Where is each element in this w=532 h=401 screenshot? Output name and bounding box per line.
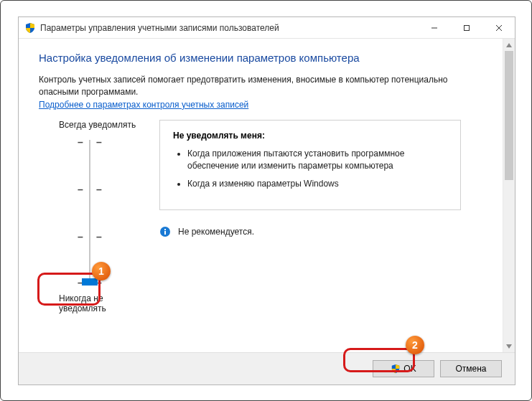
learn-more-link[interactable]: Подробнее о параметрах контроля учетных …: [39, 100, 248, 110]
slider-thumb[interactable]: [82, 278, 98, 286]
vertical-scrollbar[interactable]: [503, 39, 515, 352]
recommendation-row: Не рекомендуется.: [159, 226, 461, 237]
dialog-footer: OK Отмена: [19, 352, 515, 385]
scroll-up-button[interactable]: [503, 39, 515, 51]
ok-button[interactable]: OK: [373, 360, 434, 377]
maximize-button[interactable]: [450, 17, 482, 38]
recommendation-text: Не рекомендуется.: [178, 227, 254, 237]
slider-track: [89, 140, 90, 285]
minimize-button[interactable]: [418, 17, 450, 38]
svg-rect-5: [164, 231, 166, 235]
slider-label-never: Никогда не уведомлять: [39, 293, 146, 313]
scrollbar-track[interactable]: [503, 51, 515, 340]
scroll-down-button[interactable]: [503, 340, 515, 352]
uac-settings-window: Параметры управления учетными записями п…: [18, 16, 515, 385]
description-panel: Не уведомлять меня: Когда приложения пыт…: [159, 120, 461, 210]
slider-tick: ––: [78, 235, 102, 239]
annotation-badge-1: 1: [92, 262, 111, 280]
shield-icon: [24, 22, 36, 34]
description-bullet: Когда я изменяю параметры Windows: [187, 178, 447, 190]
shield-icon: [391, 364, 401, 374]
intro-text: Контроль учетных записей помогает предот…: [39, 74, 482, 98]
close-button[interactable]: [482, 17, 515, 38]
annotation-badge-2: 2: [406, 336, 424, 354]
slider-tick: ––: [78, 140, 102, 144]
ok-button-label: OK: [403, 364, 416, 374]
description-title: Не уведомлять меня:: [173, 131, 447, 141]
window-controls: [418, 17, 515, 38]
cancel-button-label: Отмена: [455, 364, 486, 374]
slider-label-always: Всегда уведомлять: [39, 120, 146, 130]
slider-tick: ––: [78, 187, 102, 192]
svg-rect-6: [164, 229, 166, 230]
svg-rect-1: [464, 25, 469, 30]
content-area: Настройка уведомления об изменении парам…: [19, 39, 503, 352]
window-title: Параметры управления учетными записями п…: [40, 23, 279, 33]
cancel-button[interactable]: Отмена: [440, 360, 502, 377]
scrollbar-thumb[interactable]: [505, 51, 513, 180]
page-heading: Настройка уведомления об изменении парам…: [39, 52, 482, 64]
right-column: Не уведомлять меня: Когда приложения пыт…: [146, 120, 461, 237]
slider-column: Всегда уведомлять –– –– –– –– Никогда не…: [39, 120, 146, 313]
description-bullet: Когда приложения пытаются установить про…: [187, 148, 447, 173]
titlebar: Параметры управления учетными записями п…: [19, 17, 515, 39]
info-icon: [159, 226, 171, 237]
